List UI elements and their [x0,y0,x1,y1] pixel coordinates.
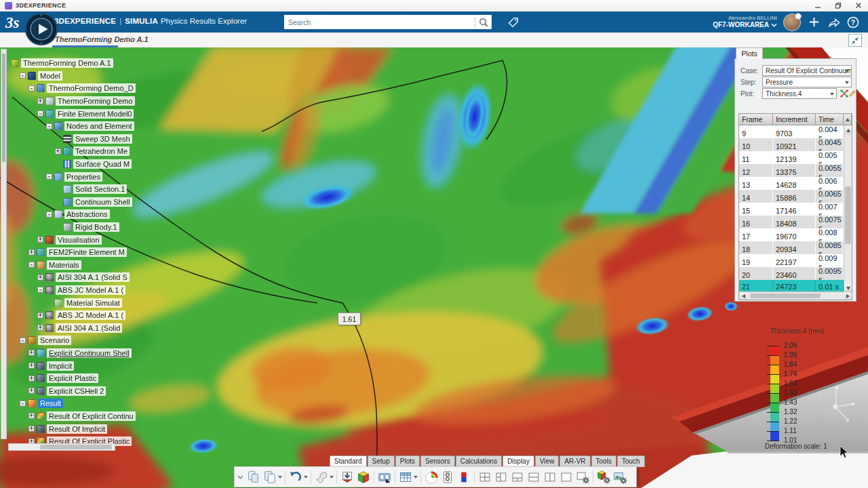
tag-icon[interactable] [505,14,521,30]
table-scroll-right-icon[interactable] [844,292,852,300]
tree-item[interactable]: +ABS JC Model A.1 ( [8,309,115,322]
contour-rings-icon[interactable] [423,468,439,486]
collapse-panel-icon[interactable] [848,34,862,47]
3d-viewport[interactable]: ThermoForming Demo A.1-Model-ThermoFormi… [0,47,868,488]
layout-quad-icon[interactable] [477,468,493,486]
expand-expander-icon[interactable]: + [28,363,35,369]
tree-vertical-scrollbar[interactable] [1,49,7,439]
ribbon-tab-tools[interactable]: Tools [591,455,616,467]
collapse-expander-icon[interactable]: - [46,123,52,129]
avatar[interactable] [783,14,801,31]
column-header-increment[interactable]: Increment [773,114,816,125]
tree-item[interactable]: +Result Of Explicit Continu [8,410,115,423]
tree-item[interactable]: -Abstractions [8,208,115,221]
tree-item[interactable]: -Nodes and Element [8,120,115,133]
expand-expander-icon[interactable]: + [28,426,35,432]
toolbar-overflow-icon[interactable] [237,474,243,480]
layout-bottom-split-icon[interactable] [509,468,526,486]
expand-expander-icon[interactable]: + [28,413,35,419]
tree-item[interactable]: -Result [8,397,115,410]
table-row[interactable]: 10109210.0045 s [739,138,844,151]
maximize-button[interactable] [833,1,843,9]
tree-item[interactable]: Rigid Body.1 [8,221,115,234]
compass-icon[interactable] [24,12,58,49]
tree-item[interactable]: -Properties [8,170,115,183]
table-scroll-up-icon[interactable] [844,125,852,135]
table-row[interactable]: 997030.004 s [739,125,844,138]
table-scroll-top-icon[interactable] [844,114,852,125]
tree-item[interactable]: -Model [8,70,115,83]
case-select[interactable]: Result Of Explicit Continuum Shell [762,65,852,76]
tree-item[interactable]: +FEM2Finite Element M [8,246,115,259]
collapse-expander-icon[interactable]: - [37,287,43,293]
expand-expander-icon[interactable]: + [28,388,35,394]
dots-grid-icon[interactable] [439,468,456,486]
table-scroll-left-icon[interactable] [739,292,747,300]
help-icon[interactable]: ? [846,16,860,29]
undo-icon[interactable] [288,468,309,486]
new-tab-button[interactable]: + [125,33,130,44]
tree-item[interactable]: +Explicit Continuum Shell [8,347,115,360]
search-box[interactable] [284,15,492,29]
import-icon[interactable] [339,468,355,486]
ribbon-tab-standard[interactable]: Standard [330,455,367,467]
color-cube-icon[interactable] [355,468,372,486]
ribbon-tab-display[interactable]: Display [502,455,534,467]
step-select[interactable]: Pressure [762,77,852,87]
paste-icon[interactable] [262,468,283,486]
table-vertical-scrollbar[interactable] [844,125,852,293]
table-row[interactable]: 12133750.0055 s [739,164,844,177]
collapse-expander-icon[interactable]: - [46,174,52,180]
table-row[interactable]: 19221970.009 s [739,254,844,267]
copy-icon[interactable] [245,468,262,486]
tree-item[interactable]: Material Simulat [8,296,115,309]
expand-expander-icon[interactable]: + [37,274,43,281]
tree-item[interactable]: +Result Of Implicit [8,422,115,435]
table-row[interactable]: 11121390.005 s [739,151,844,164]
layout-h-split-icon[interactable] [526,468,542,486]
collapse-expander-icon[interactable]: - [20,338,26,344]
tree-item[interactable]: Sweep 3D Mesh [8,133,115,146]
layout-v-split-icon[interactable] [542,468,558,486]
tab-thermoforming-demo[interactable]: ThermoForming Demo A.1 [53,33,151,45]
table-row[interactable]: 18209340.0085 s [739,241,844,254]
frames-icon[interactable] [376,468,393,486]
image-gear-icon[interactable] [612,468,628,486]
part-icon[interactable] [313,468,334,486]
expand-expander-icon[interactable]: + [28,350,35,356]
tree-item[interactable]: Solid Section.1 [8,183,115,196]
add-content-icon[interactable] [807,16,821,29]
3ds-logo-icon[interactable]: 3s [4,13,27,35]
collapse-expander-icon[interactable]: - [20,401,26,407]
ribbon-tab-touch[interactable]: Touch [617,455,645,467]
expand-expander-icon[interactable]: + [28,375,35,382]
layout-single-icon[interactable] [558,468,574,486]
tree-item[interactable]: -Materials [8,259,115,272]
expand-expander-icon[interactable]: + [37,312,43,319]
table-row[interactable]: 16184080.0075 s [739,216,844,228]
collapse-expander-icon[interactable]: - [28,85,35,92]
collapse-expander-icon[interactable]: - [20,73,26,79]
plots-panel-tab[interactable]: Plots [736,47,763,59]
table-horizontal-scrollbar[interactable] [739,291,852,300]
plot-select[interactable]: Thickness.4 [762,88,837,99]
table-hscroll-thumb[interactable] [750,293,821,298]
expand-expander-icon[interactable]: + [55,148,61,155]
tree-item[interactable]: +ThermoForming Demo [8,95,115,108]
column-header-frame[interactable]: Frame [739,114,773,125]
cube-gear-icon[interactable] [595,468,612,486]
tree-horizontal-scrollbar[interactable] [8,443,115,451]
search-input[interactable] [284,18,475,26]
tree-item[interactable]: -ABS JC Model A.1 ( [8,284,115,297]
layout-left-split-icon[interactable] [493,468,509,486]
user-info[interactable]: Alessandro BELLINI QF7-WORKAREA [713,15,777,29]
expand-expander-icon[interactable]: + [37,325,43,331]
minimize-button[interactable] [813,1,823,9]
tree-hscroll-thumb[interactable] [40,445,112,449]
edit-plot-icon[interactable] [849,88,856,98]
table-row[interactable]: 13146280.006 s [739,177,844,190]
plot-options-icon[interactable] [839,88,849,98]
ribbon-tab-ar-vr[interactable]: AR-VR [559,455,590,467]
close-button[interactable] [854,1,863,9]
tree-vscroll-thumb[interactable] [2,54,5,162]
